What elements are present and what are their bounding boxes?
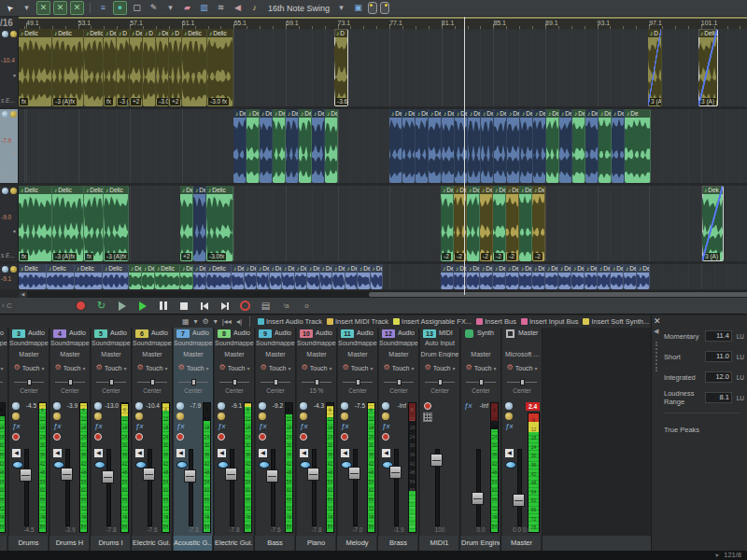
insert-soft-synth-button[interactable]: Insert Soft Synth... xyxy=(583,317,649,326)
audio-clip[interactable]: ♪Dek xyxy=(358,264,371,289)
expand-caret-icon[interactable]: ▾ xyxy=(13,149,16,156)
input-selector[interactable]: Soundmapper xyxy=(379,340,418,346)
audio-clip[interactable]: ♪Delic-3.0 fx xyxy=(207,29,233,106)
record-arm-button[interactable] xyxy=(300,433,307,441)
record-arm-button[interactable] xyxy=(53,433,61,441)
audio-clip[interactable]: ♪De-2 xyxy=(532,186,545,261)
clip-tool-icon[interactable]: ▢ xyxy=(130,1,144,15)
audio-clip[interactable]: ♪De-2 xyxy=(441,186,454,261)
audio-clip[interactable]: ♪Dek xyxy=(611,264,624,289)
audio-clip[interactable]: ♪Delic xyxy=(206,264,232,289)
record-arm-button[interactable] xyxy=(341,433,348,441)
freeze-icon[interactable] xyxy=(10,188,17,194)
interleave-button[interactable]: ◀ xyxy=(12,449,21,457)
playhead[interactable] xyxy=(464,17,465,295)
scrub-tool-icon[interactable]: ◀ xyxy=(231,1,245,15)
audio-clip[interactable]: ♪Dek xyxy=(494,109,507,183)
audio-clip[interactable]: ♪De xyxy=(585,109,599,183)
audio-clip[interactable]: ♪De xyxy=(247,109,260,183)
audio-clip[interactable]: ♪Dek xyxy=(481,109,494,183)
automation-mode-selector[interactable]: ⚙Touch▾ xyxy=(174,363,213,372)
fx-bin-icon[interactable]: ƒx xyxy=(53,423,61,430)
automation-mode-selector[interactable]: ⚙Touch▾ xyxy=(338,363,377,372)
audio-clip[interactable]: ♪D+2 xyxy=(169,29,182,106)
output-selector[interactable]: Master xyxy=(256,351,295,357)
audio-clip[interactable]: ♪Dek xyxy=(429,109,442,183)
horizontal-scrollbar[interactable]: ◀ xyxy=(19,291,747,298)
stop-button[interactable] xyxy=(177,300,190,312)
audio-clip[interactable]: ♪Dek xyxy=(441,264,454,289)
input-selector[interactable]: Soundmapper xyxy=(338,340,377,346)
interleave-button[interactable]: ◀ xyxy=(218,449,226,457)
record-arm-button[interactable] xyxy=(259,433,266,441)
caret-down-icon[interactable]: ▾ xyxy=(163,1,177,15)
insert-midi-track-button[interactable]: Insert MIDI Track xyxy=(327,317,388,326)
freeze-icon[interactable] xyxy=(10,111,17,118)
mouse-right-binding-icon[interactable] xyxy=(380,2,389,14)
input-selector[interactable]: Soundmapper xyxy=(9,340,49,346)
pan-handle[interactable] xyxy=(438,379,443,385)
track-name[interactable]: Drums xyxy=(9,536,49,551)
output-selector[interactable]: Master xyxy=(9,351,49,357)
audio-clip[interactable]: ♪Dek xyxy=(257,264,270,289)
audio-clip[interactable]: ♪Delic xyxy=(19,264,47,289)
channel-strip[interactable]: SynthMaster⚙Touch▾Centerƒx-Inf6121824303… xyxy=(461,328,501,551)
audio-clip[interactable]: ♪Dek xyxy=(533,109,546,183)
volume-fader[interactable] xyxy=(184,469,196,483)
record-arm-button[interactable] xyxy=(382,433,389,441)
mute-tool-icon[interactable]: ≋ xyxy=(214,1,228,15)
volume-fader[interactable] xyxy=(143,468,155,481)
audio-clip[interactable]: ♪De xyxy=(625,109,651,183)
automation-read-icon[interactable] xyxy=(2,188,8,194)
interleave-button[interactable]: ◀ xyxy=(53,449,62,457)
output-selector[interactable]: Master xyxy=(379,351,418,357)
select-tool-icon[interactable]: ➤ xyxy=(0,0,20,18)
audio-clip[interactable]: ♪D-3 (A)fx xyxy=(117,29,130,106)
audio-clip[interactable]: ♪De xyxy=(467,186,480,261)
audio-clip[interactable]: ♪Delic-3 (A)fx xyxy=(52,29,84,106)
smart-tool-icon[interactable]: ✕ xyxy=(36,1,50,15)
interleave-button[interactable]: ◀ xyxy=(505,449,514,457)
track-name[interactable]: Melody xyxy=(338,536,377,551)
pan-handle[interactable] xyxy=(27,379,32,385)
audio-clip[interactable]: ♪De xyxy=(559,109,572,183)
audio-clip[interactable]: ♪Dek xyxy=(245,264,258,289)
channel-strip[interactable]: 9AudioSoundmapperMaster⚙Touch▾Centerƒx-9… xyxy=(256,328,296,551)
record-arm-button[interactable] xyxy=(12,433,20,441)
track-name[interactable]: Acoustic G... xyxy=(174,536,213,551)
automation-mode-selector[interactable]: ⚙Touch▾ xyxy=(297,363,336,372)
automation-mode-selector[interactable]: ⚙Touch▾ xyxy=(50,363,90,372)
audio-clip[interactable]: ♪De xyxy=(519,186,532,261)
audio-clip[interactable]: ♪Delic xyxy=(182,29,207,106)
audio-clip[interactable]: ♪Dek xyxy=(193,186,206,261)
audio-clip[interactable]: ♪Delic-3.0fx xyxy=(206,186,233,261)
track-name[interactable]: Drums H xyxy=(50,536,90,551)
audio-clip[interactable]: ♪Delic xyxy=(103,264,129,289)
input-selector[interactable]: Soundmapper xyxy=(215,340,254,346)
audio-clip[interactable]: ♪De xyxy=(312,109,325,183)
groove-clip-icon[interactable]: ♪ xyxy=(247,1,261,15)
output-selector[interactable]: Master xyxy=(174,351,213,357)
volume-fader[interactable] xyxy=(225,468,237,481)
audio-clip[interactable]: ♪D xyxy=(143,29,156,106)
audio-clip[interactable]: ♪Dek xyxy=(507,109,520,183)
expand-caret-icon[interactable]: ▾ xyxy=(13,228,16,234)
channel-strip[interactable]: 5AudioSoundmapperMaster⚙Touch▾Centerƒx-1… xyxy=(92,328,132,551)
interleave-button[interactable]: ◀ xyxy=(259,449,267,457)
track-name[interactable]: Electric Gui... xyxy=(133,536,172,551)
widen-strips-icon[interactable]: ◂| xyxy=(236,317,242,326)
pan-handle[interactable] xyxy=(356,379,360,385)
input-selector[interactable]: Soundmapper xyxy=(256,340,295,346)
input-echo-button[interactable] xyxy=(505,461,516,469)
insert-input-bus-button[interactable]: Insert Input Bus xyxy=(521,317,579,326)
audio-clip[interactable]: ♪Defx xyxy=(104,29,117,106)
pan-slider[interactable] xyxy=(14,379,44,385)
pan-slider[interactable] xyxy=(55,379,85,385)
audio-clip[interactable]: ♪Dek xyxy=(467,264,480,289)
audio-clip[interactable]: ♪Delicfx xyxy=(19,186,52,261)
audio-clip[interactable]: ♪Delic-3 (A)fx xyxy=(52,186,84,261)
audio-clip[interactable]: ♪Dek xyxy=(371,264,384,289)
audio-clip[interactable]: ♪De-2 xyxy=(506,186,519,261)
fx-bin-icon[interactable]: ƒx xyxy=(94,423,102,430)
event-list-button[interactable]: ▤ xyxy=(260,300,272,312)
